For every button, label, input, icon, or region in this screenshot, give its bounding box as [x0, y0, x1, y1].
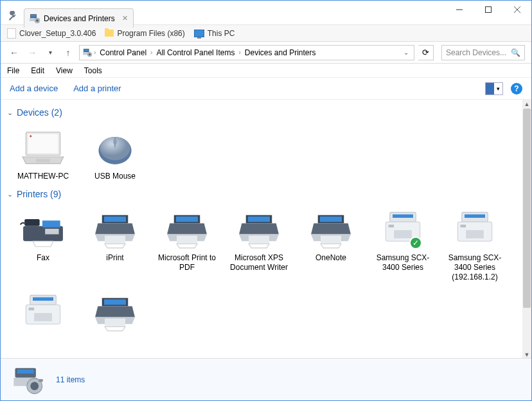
close-tab-icon[interactable]: ✕	[122, 14, 128, 22]
group-title: Printers (9)	[17, 189, 61, 199]
view-options-button[interactable]: ▾	[485, 82, 503, 95]
device-item[interactable]: OneNote	[295, 203, 367, 286]
device-label: Samsung SCX-3400 Series	[368, 253, 438, 272]
search-input[interactable]: Search Devices... 🔍	[441, 45, 525, 60]
device-label: MATTHEW-PC	[17, 172, 69, 181]
tab-title: Devices and Printers	[44, 14, 115, 23]
mfp-icon	[17, 290, 69, 334]
devices-printers-icon	[30, 13, 40, 24]
content-area: ⌄Devices (2)MATTHEW-PCUSB Mouse⌄Printers…	[1, 100, 531, 359]
menu-tools[interactable]: Tools	[84, 66, 102, 75]
bookmark-label: Clover_Setup_3.0.406	[19, 29, 96, 38]
device-item[interactable]	[7, 286, 79, 340]
command-bar: Add a device Add a printer ▾ ?	[1, 78, 531, 100]
printer-icon	[233, 207, 285, 251]
navigation-bar: ← → ▾ ↑ › Control Panel › All Control Pa…	[1, 42, 531, 64]
group-title: Devices (2)	[17, 107, 62, 118]
maximize-button[interactable]	[474, 1, 502, 19]
menu-edit[interactable]: Edit	[31, 66, 44, 75]
default-check-icon: ✓	[409, 236, 422, 249]
printer-icon	[161, 207, 213, 251]
menu-view[interactable]: View	[56, 66, 73, 75]
fax-icon	[17, 207, 69, 251]
device-label: Microsoft XPS Document Writer	[224, 253, 294, 272]
device-item[interactable]: Microsoft Print to PDF	[151, 203, 223, 286]
browser-tab[interactable]: Devices and Printers ✕	[24, 8, 134, 28]
group-header-devices[interactable]: ⌄Devices (2)	[7, 103, 516, 121]
printer-icon	[89, 207, 141, 251]
refresh-button[interactable]: ⟳	[418, 45, 434, 60]
wrench-icon	[7, 11, 17, 21]
chevron-right-icon[interactable]: ›	[238, 49, 240, 56]
chevron-down-icon: ▾	[494, 83, 502, 94]
add-printer-button[interactable]: Add a printer	[73, 84, 121, 93]
bookmark-label: This PC	[208, 29, 235, 38]
menu-file[interactable]: File	[7, 66, 19, 75]
bookmark-label: Program Files (x86)	[117, 29, 184, 38]
svg-rect-32	[485, 7, 491, 13]
device-item[interactable]: iPrint	[79, 203, 151, 286]
device-label: OneNote	[315, 253, 346, 263]
back-button[interactable]: ←	[7, 46, 21, 60]
bookmark-program-files[interactable]: Program Files (x86)	[105, 29, 184, 38]
bookmark-clover-setup[interactable]: Clover_Setup_3.0.406	[7, 28, 96, 39]
device-label: Microsoft Print to PDF	[152, 253, 222, 272]
laptop-icon	[17, 125, 69, 169]
device-label: USB Mouse	[94, 172, 136, 181]
devices-printers-icon	[11, 364, 46, 395]
forward-button[interactable]: →	[25, 46, 39, 60]
chevron-right-icon[interactable]: ›	[150, 49, 152, 56]
scrollbar-thumb[interactable]	[523, 109, 531, 308]
file-icon	[7, 28, 16, 39]
folder-icon	[105, 30, 114, 37]
breadcrumb-devices-printers[interactable]: Devices and Printers	[242, 48, 319, 57]
chevron-down-icon: ⌄	[7, 190, 13, 199]
address-history-dropdown[interactable]: ⌄	[401, 49, 411, 56]
group-items: FaxiPrintMicrosoft Print to PDFMicrosoft…	[7, 203, 516, 340]
scroll-up-arrow[interactable]: ▲	[522, 100, 531, 109]
chevron-down-icon: ⌄	[7, 109, 13, 117]
minimize-button[interactable]	[445, 1, 474, 19]
recent-dropdown[interactable]: ▾	[43, 46, 57, 60]
device-item[interactable]: ✓Samsung SCX-3400 Series	[367, 203, 439, 286]
device-label: iPrint	[106, 253, 123, 263]
monitor-icon	[194, 30, 204, 37]
window-controls	[445, 1, 531, 19]
group-header-printers[interactable]: ⌄Printers (9)	[7, 185, 516, 203]
device-item[interactable]: Samsung SCX-3400 Series (192.168.1.2)	[439, 203, 511, 286]
breadcrumb-all-items[interactable]: All Control Panel Items	[154, 48, 237, 57]
help-button[interactable]: ?	[511, 83, 522, 94]
search-placeholder: Search Devices...	[446, 48, 506, 57]
add-device-button[interactable]: Add a device	[10, 84, 58, 93]
mfp-icon: ✓	[377, 207, 429, 251]
up-button[interactable]: ↑	[61, 46, 75, 60]
device-label: Samsung SCX-3400 Series (192.168.1.2)	[440, 253, 510, 282]
breadcrumb-control-panel[interactable]: Control Panel	[97, 48, 149, 57]
search-icon: 🔍	[511, 48, 520, 57]
vertical-scrollbar[interactable]: ▲ ▼	[522, 100, 531, 359]
close-window-button[interactable]	[502, 1, 531, 19]
status-bar: 11 items	[1, 358, 531, 400]
device-item[interactable]: Microsoft XPS Document Writer	[223, 203, 295, 286]
devices-printers-icon	[82, 48, 93, 57]
address-bar[interactable]: › Control Panel › All Control Panel Item…	[79, 45, 414, 60]
mouse-icon	[89, 125, 141, 169]
chevron-right-icon[interactable]: ›	[94, 49, 96, 56]
printer-icon	[89, 290, 141, 334]
mfp-icon	[449, 207, 501, 251]
printer-icon	[305, 207, 357, 251]
device-label: Fax	[37, 253, 49, 263]
bookmark-this-pc[interactable]: This PC	[194, 29, 235, 38]
device-item[interactable]: MATTHEW-PC	[7, 121, 79, 185]
title-bar: Devices and Printers ✕	[1, 1, 531, 25]
device-item[interactable]: Fax	[7, 203, 79, 286]
group-items: MATTHEW-PCUSB Mouse	[7, 121, 516, 185]
item-count: 11 items	[56, 375, 85, 384]
device-item[interactable]	[79, 286, 151, 340]
menu-bar: File Edit View Tools	[1, 64, 531, 78]
device-item[interactable]: USB Mouse	[79, 121, 151, 185]
